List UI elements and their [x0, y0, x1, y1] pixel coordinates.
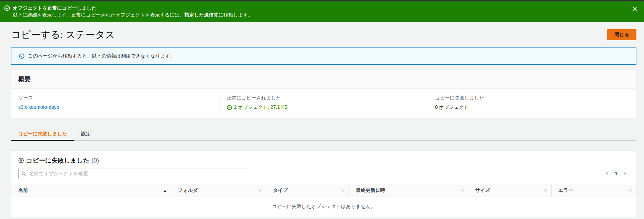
overview-failed-column: コピーに失敗しました 0 オブジェクト [428, 95, 636, 111]
source-bucket-link[interactable]: s3://ikoumoto-dayo [18, 104, 59, 110]
column-label: フォルダ [178, 187, 198, 194]
column-label: タイプ [273, 187, 288, 194]
table-header-row: 名前 ▲ フォルダ ▽ タイプ ▽ 最終更新日時 ▽ サイズ ▽ [11, 184, 636, 197]
column-header-folder[interactable]: フォルダ ▽ [171, 184, 266, 197]
tab-settings[interactable]: 設定 [74, 127, 98, 141]
next-page-button[interactable] [621, 169, 629, 178]
flash-description: 以下に詳細を表示します。正常にコピーされたオブジェクトを表示するには、指定した送… [13, 11, 632, 18]
column-label: 最終更新日時 [356, 187, 385, 194]
failed-value: 0 オブジェクト [435, 104, 629, 111]
search-icon [21, 171, 27, 176]
success-check-icon [227, 105, 232, 110]
column-header-type[interactable]: タイプ ▽ [266, 184, 349, 197]
sort-icon[interactable]: ▽ [544, 188, 547, 193]
destination-link[interactable]: 指定した送信先 [184, 12, 218, 18]
flash-desc-text: 以下に詳細を表示します。正常にコピーされたオブジェクトを表示するには、 [13, 12, 184, 18]
copied-value: 2 オブジェクト, 27.1 KB [227, 104, 421, 111]
sort-icon[interactable]: ▽ [258, 188, 261, 193]
table-empty-message: コピーに失敗したオブジェクトはありません。 [11, 197, 636, 217]
current-page-number[interactable]: 1 [611, 171, 621, 176]
overview-panel-header: 概要 [11, 70, 636, 89]
column-header-name[interactable]: 名前 ▲ [11, 184, 171, 197]
failed-copies-panel: コピーに失敗しました (0) 1 [11, 150, 636, 217]
previous-page-button[interactable] [603, 169, 611, 178]
close-button[interactable]: 閉じる [607, 29, 636, 40]
sort-icon[interactable]: ▽ [629, 188, 632, 193]
overview-source-column: ソース s3://ikoumoto-dayo [11, 95, 219, 111]
table-toolbar: 1 [18, 168, 629, 179]
overview-copied-column: 正常にコピーされました 2 オブジェクト, 27.1 KB [219, 95, 428, 111]
success-flashbar: オブジェクトを正常にコピーしました 以下に詳細を表示します。正常にコピーされたオ… [0, 1, 644, 22]
failed-count-badge: (0) [91, 157, 99, 164]
failed-objects-table: 名前 ▲ フォルダ ▽ タイプ ▽ 最終更新日時 ▽ サイズ ▽ [11, 184, 636, 217]
close-icon[interactable] [632, 6, 638, 12]
sort-icon[interactable]: ▽ [341, 188, 344, 193]
overview-body: ソース s3://ikoumoto-dayo 正常にコピーされました 2 オブジ… [11, 89, 636, 118]
column-header-error[interactable]: エラー ▽ [551, 184, 636, 197]
flash-desc-text-after: に移動します。 [218, 12, 253, 18]
sort-ascending-icon[interactable]: ▲ [163, 189, 167, 192]
pagination: 1 [603, 169, 629, 178]
failed-panel-title: コピーに失敗しました [26, 156, 89, 165]
failed-label: コピーに失敗しました [435, 95, 629, 101]
column-header-size[interactable]: サイズ ▽ [468, 184, 551, 197]
search-input[interactable] [29, 171, 245, 176]
chevron-right-icon [623, 171, 627, 176]
column-label: 名前 [18, 187, 28, 194]
overview-panel: 概要 ソース s3://ikoumoto-dayo 正常にコピーされました 2 … [11, 70, 636, 118]
info-alert: このページから移動すると、以下の情報は利用できなくなります。 [11, 48, 636, 65]
chevron-left-icon [605, 171, 609, 176]
page-header: コピーする: ステータス 閉じる [0, 22, 644, 45]
check-circle-icon [4, 5, 10, 11]
sort-icon[interactable]: ▽ [461, 188, 464, 193]
info-alert-text: このページから移動すると、以下の情報は利用できなくなります。 [28, 53, 175, 59]
tab-bar: コピーに失敗しました 設定 [11, 127, 636, 141]
copied-value-text: 2 オブジェクト, 27.1 KB [234, 104, 287, 111]
column-label: サイズ [475, 187, 490, 194]
source-label: ソース [18, 95, 213, 101]
column-header-last-modified[interactable]: 最終更新日時 ▽ [349, 184, 468, 197]
copied-label: 正常にコピーされました [227, 95, 421, 101]
tab-failed-copies[interactable]: コピーに失敗しました [11, 127, 74, 141]
object-search-box[interactable] [18, 168, 248, 179]
info-icon [19, 53, 25, 59]
failed-panel-title-row: コピーに失敗しました (0) [18, 156, 629, 165]
overview-title: 概要 [18, 75, 629, 83]
flash-title: オブジェクトを正常にコピーしました [13, 4, 632, 11]
page-title: コピーする: ステータス [11, 28, 115, 41]
column-label: エラー [558, 187, 573, 194]
circle-x-icon [18, 158, 24, 163]
